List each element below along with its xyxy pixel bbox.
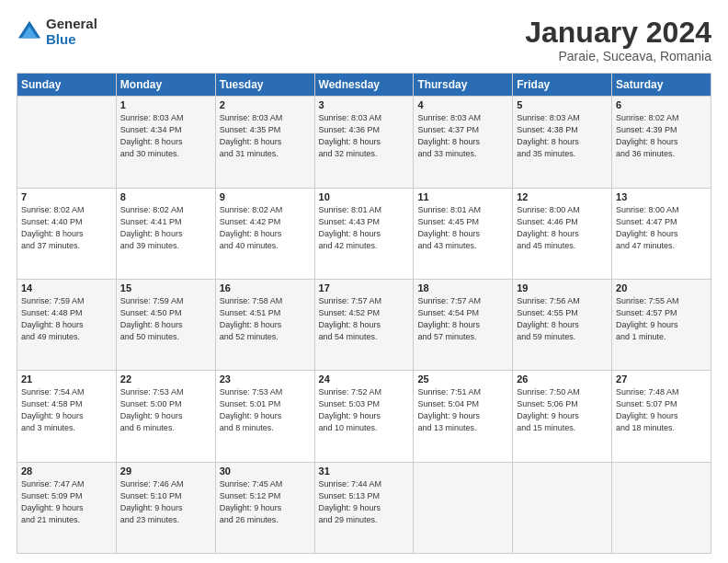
day-info: Sunrise: 8:03 AM Sunset: 4:36 PM Dayligh… xyxy=(319,112,410,160)
day-info: Sunrise: 8:00 AM Sunset: 4:47 PM Dayligh… xyxy=(616,204,707,252)
page: General Blue January 2024 Paraie, Suceav… xyxy=(0,0,728,563)
calendar-week-1: 1Sunrise: 8:03 AM Sunset: 4:34 PM Daylig… xyxy=(17,97,711,188)
day-number: 20 xyxy=(616,282,707,293)
header-thursday: Thursday xyxy=(414,74,513,97)
day-number: 9 xyxy=(220,191,311,202)
calendar-header-row: Sunday Monday Tuesday Wednesday Thursday… xyxy=(17,74,711,97)
day-number: 12 xyxy=(517,191,608,202)
header: General Blue January 2024 Paraie, Suceav… xyxy=(17,17,711,63)
table-row: 17Sunrise: 7:57 AM Sunset: 4:52 PM Dayli… xyxy=(314,279,414,370)
table-row: 31Sunrise: 7:44 AM Sunset: 5:13 PM Dayli… xyxy=(314,462,414,553)
day-number: 17 xyxy=(319,282,410,293)
logo: General Blue xyxy=(17,17,97,47)
table-row: 16Sunrise: 7:58 AM Sunset: 4:51 PM Dayli… xyxy=(215,279,314,370)
table-row: 9Sunrise: 8:02 AM Sunset: 4:42 PM Daylig… xyxy=(215,188,314,279)
day-info: Sunrise: 8:03 AM Sunset: 4:34 PM Dayligh… xyxy=(120,112,211,160)
table-row: 18Sunrise: 7:57 AM Sunset: 4:54 PM Dayli… xyxy=(414,279,513,370)
table-row xyxy=(414,462,513,553)
day-info: Sunrise: 7:53 AM Sunset: 5:01 PM Dayligh… xyxy=(220,386,311,434)
table-row: 4Sunrise: 8:03 AM Sunset: 4:37 PM Daylig… xyxy=(414,97,513,188)
table-row: 14Sunrise: 7:59 AM Sunset: 4:48 PM Dayli… xyxy=(17,279,117,370)
table-row: 3Sunrise: 8:03 AM Sunset: 4:36 PM Daylig… xyxy=(314,97,414,188)
table-row: 1Sunrise: 8:03 AM Sunset: 4:34 PM Daylig… xyxy=(116,97,215,188)
day-number: 25 xyxy=(417,373,508,385)
day-info: Sunrise: 7:57 AM Sunset: 4:52 PM Dayligh… xyxy=(319,295,410,343)
table-row xyxy=(612,462,711,553)
title-block: January 2024 Paraie, Suceava, Romania xyxy=(525,17,711,63)
day-number: 14 xyxy=(21,282,112,293)
day-number: 8 xyxy=(120,191,211,202)
table-row: 25Sunrise: 7:51 AM Sunset: 5:04 PM Dayli… xyxy=(414,371,513,462)
day-number: 3 xyxy=(319,99,410,110)
header-sunday: Sunday xyxy=(17,74,117,97)
day-info: Sunrise: 7:50 AM Sunset: 5:06 PM Dayligh… xyxy=(517,386,608,434)
day-number: 13 xyxy=(616,191,707,202)
table-row: 8Sunrise: 8:02 AM Sunset: 4:41 PM Daylig… xyxy=(116,188,215,279)
day-info: Sunrise: 7:53 AM Sunset: 5:00 PM Dayligh… xyxy=(120,386,211,434)
day-info: Sunrise: 7:46 AM Sunset: 5:10 PM Dayligh… xyxy=(120,478,211,526)
calendar-week-3: 14Sunrise: 7:59 AM Sunset: 4:48 PM Dayli… xyxy=(17,279,711,370)
day-number: 19 xyxy=(517,282,608,293)
day-number: 26 xyxy=(517,373,608,385)
day-info: Sunrise: 8:03 AM Sunset: 4:38 PM Dayligh… xyxy=(517,112,608,160)
month-title: January 2024 xyxy=(525,17,711,49)
day-number: 15 xyxy=(120,282,211,293)
day-number: 18 xyxy=(417,282,508,293)
table-row: 20Sunrise: 7:55 AM Sunset: 4:57 PM Dayli… xyxy=(612,279,711,370)
day-info: Sunrise: 7:58 AM Sunset: 4:51 PM Dayligh… xyxy=(220,295,311,343)
day-number: 23 xyxy=(220,373,311,385)
day-info: Sunrise: 8:03 AM Sunset: 4:35 PM Dayligh… xyxy=(220,112,311,160)
day-number: 27 xyxy=(616,373,707,385)
table-row: 21Sunrise: 7:54 AM Sunset: 4:58 PM Dayli… xyxy=(17,371,117,462)
logo-general-text: General xyxy=(46,17,97,32)
table-row: 28Sunrise: 7:47 AM Sunset: 5:09 PM Dayli… xyxy=(17,462,117,553)
calendar-week-4: 21Sunrise: 7:54 AM Sunset: 4:58 PM Dayli… xyxy=(17,371,711,462)
location-subtitle: Paraie, Suceava, Romania xyxy=(525,49,711,63)
day-number: 2 xyxy=(220,99,311,110)
table-row xyxy=(17,97,117,188)
day-info: Sunrise: 8:02 AM Sunset: 4:42 PM Dayligh… xyxy=(220,204,311,252)
table-row: 10Sunrise: 8:01 AM Sunset: 4:43 PM Dayli… xyxy=(314,188,414,279)
day-info: Sunrise: 7:48 AM Sunset: 5:07 PM Dayligh… xyxy=(616,386,707,434)
table-row: 30Sunrise: 7:45 AM Sunset: 5:12 PM Dayli… xyxy=(215,462,314,553)
day-info: Sunrise: 8:01 AM Sunset: 4:45 PM Dayligh… xyxy=(417,204,508,252)
day-number: 24 xyxy=(319,373,410,385)
day-info: Sunrise: 7:44 AM Sunset: 5:13 PM Dayligh… xyxy=(319,478,410,526)
table-row: 24Sunrise: 7:52 AM Sunset: 5:03 PM Dayli… xyxy=(314,371,414,462)
day-info: Sunrise: 7:45 AM Sunset: 5:12 PM Dayligh… xyxy=(220,478,311,526)
table-row: 5Sunrise: 8:03 AM Sunset: 4:38 PM Daylig… xyxy=(513,97,612,188)
logo-blue-text: Blue xyxy=(46,32,97,48)
table-row: 13Sunrise: 8:00 AM Sunset: 4:47 PM Dayli… xyxy=(612,188,711,279)
table-row xyxy=(513,462,612,553)
table-row: 23Sunrise: 7:53 AM Sunset: 5:01 PM Dayli… xyxy=(215,371,314,462)
day-number: 29 xyxy=(120,465,211,477)
day-info: Sunrise: 7:54 AM Sunset: 4:58 PM Dayligh… xyxy=(21,386,112,434)
table-row: 29Sunrise: 7:46 AM Sunset: 5:10 PM Dayli… xyxy=(116,462,215,553)
header-wednesday: Wednesday xyxy=(314,74,414,97)
table-row: 2Sunrise: 8:03 AM Sunset: 4:35 PM Daylig… xyxy=(215,97,314,188)
day-number: 6 xyxy=(616,99,707,110)
day-number: 7 xyxy=(21,191,112,202)
day-number: 4 xyxy=(417,99,508,110)
day-number: 28 xyxy=(21,465,112,477)
table-row: 27Sunrise: 7:48 AM Sunset: 5:07 PM Dayli… xyxy=(612,371,711,462)
day-info: Sunrise: 8:02 AM Sunset: 4:39 PM Dayligh… xyxy=(616,112,707,160)
day-info: Sunrise: 8:00 AM Sunset: 4:46 PM Dayligh… xyxy=(517,204,608,252)
day-info: Sunrise: 8:01 AM Sunset: 4:43 PM Dayligh… xyxy=(319,204,410,252)
calendar-week-5: 28Sunrise: 7:47 AM Sunset: 5:09 PM Dayli… xyxy=(17,462,711,553)
table-row: 12Sunrise: 8:00 AM Sunset: 4:46 PM Dayli… xyxy=(513,188,612,279)
day-number: 10 xyxy=(319,191,410,202)
day-info: Sunrise: 7:51 AM Sunset: 5:04 PM Dayligh… xyxy=(417,386,508,434)
day-number: 30 xyxy=(220,465,311,477)
day-number: 5 xyxy=(517,99,608,110)
day-number: 31 xyxy=(319,465,410,477)
table-row: 11Sunrise: 8:01 AM Sunset: 4:45 PM Dayli… xyxy=(414,188,513,279)
table-row: 7Sunrise: 8:02 AM Sunset: 4:40 PM Daylig… xyxy=(17,188,117,279)
day-info: Sunrise: 7:57 AM Sunset: 4:54 PM Dayligh… xyxy=(417,295,508,343)
logo-icon xyxy=(17,19,42,45)
header-monday: Monday xyxy=(116,74,215,97)
day-number: 21 xyxy=(21,373,112,385)
day-info: Sunrise: 7:59 AM Sunset: 4:48 PM Dayligh… xyxy=(21,295,112,343)
day-number: 22 xyxy=(120,373,211,385)
table-row: 26Sunrise: 7:50 AM Sunset: 5:06 PM Dayli… xyxy=(513,371,612,462)
